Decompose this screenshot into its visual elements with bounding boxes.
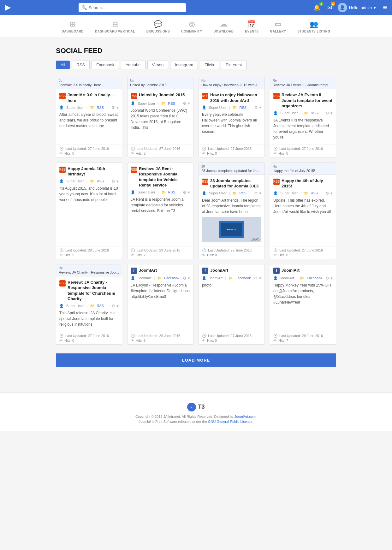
meta-author: Super User (66, 304, 84, 308)
gear-button[interactable]: ⚙ (183, 101, 187, 106)
tab-pinterest[interactable]: Pinterest (221, 61, 246, 69)
gear-button[interactable]: ⚙ (183, 276, 187, 281)
meta-category[interactable]: RSS (240, 191, 247, 195)
meta-category[interactable]: Facebook (235, 276, 251, 280)
site-logo[interactable]: ▶ (5, 3, 10, 12)
gpl-link[interactable]: GNU General Public License. (208, 420, 253, 423)
meta-author: Super User (66, 106, 84, 109)
meta-category[interactable]: RSS (311, 111, 318, 115)
dropdown-button[interactable]: ▾ (116, 105, 119, 110)
card-meta: 👤 JoomlArt | 📁 Facebook ⚙ ▾ (202, 276, 261, 281)
sidebar-item-dashboard-vertical[interactable]: ⊟ DASHBOARD VERTICAL (89, 18, 141, 35)
dropdown-button[interactable]: ▾ (259, 191, 261, 196)
gear-button[interactable]: ⚙ (183, 190, 187, 195)
last-updated-text: Last Updated: 27 June 2016 (208, 147, 252, 151)
gear-button[interactable]: ⚙ (325, 111, 329, 115)
dropdown-button[interactable]: ▾ (330, 111, 333, 115)
students-icon: 👥 (310, 20, 318, 28)
card-meta: 👤 Super User | 📁 RSS ⚙ ▾ (131, 101, 190, 106)
card-meta: 👤 Super User | 📁 RSS ⚙ ▾ (273, 111, 333, 115)
meta-category[interactable]: Facebook (164, 276, 179, 280)
tab-all[interactable]: All (56, 61, 70, 69)
sidebar-item-community[interactable]: ◎ COMMUNITY (175, 18, 208, 35)
card-body: RSS Review: JA Rent - Responsive Joomla … (128, 163, 193, 246)
tab-flickr[interactable]: Flickr (200, 61, 219, 69)
meta-category[interactable]: RSS (97, 106, 104, 109)
preview-text: Happy the 4th of July 2015! (273, 169, 333, 173)
sidebar-item-events[interactable]: 📅 EVENTS (239, 18, 264, 35)
dropdown-button[interactable]: ▾ (116, 179, 119, 184)
last-updated: 🕐 Last Updated: 29 June 2016 (59, 248, 119, 252)
joomlart-link[interactable]: JoomlArt.com. (235, 415, 257, 418)
card-title-row: f JoomlArt (131, 268, 190, 274)
footer-logo: T T3 (5, 403, 387, 411)
dropdown-button[interactable]: ▾ (259, 105, 261, 110)
dropdown-button[interactable]: ▾ (259, 276, 261, 281)
card-body: RSS United by Joomla! 2015 👤 Super User … (128, 89, 193, 145)
gear-button[interactable]: ⚙ (254, 191, 258, 196)
search-input[interactable] (79, 3, 186, 12)
card-title: 28 Joomla templates updated for Joomla 3… (210, 178, 261, 189)
meta-category[interactable]: Facebook (307, 276, 322, 280)
sidebar-item-gallery[interactable]: ▭ GALLERY (264, 18, 292, 35)
tab-youtube[interactable]: Youtube (121, 61, 145, 69)
rss-icon: RSS (202, 179, 208, 185)
sidebar-item-students-listing[interactable]: 👥 STUDENTS LISTING (292, 18, 336, 35)
card-preview: Re Review: JA Events II - Joomla templat… (270, 77, 336, 89)
notifications-bell-button[interactable]: 🔔 2 (312, 3, 322, 12)
hits-text: Hits: 5 (64, 253, 74, 257)
dropdown-button[interactable]: ▾ (116, 304, 119, 308)
cards-grid-row2: RSS Happy Joomla 10th birthday! 👤 Super … (56, 163, 336, 259)
card-meta: 👤 Super User | 📁 RSS ⚙ ▾ (131, 190, 190, 195)
dropdown-button[interactable]: ▾ (188, 190, 190, 195)
tab-facebook[interactable]: Facebook (92, 61, 119, 69)
dropdown-button[interactable]: ▾ (188, 276, 190, 281)
meta-category[interactable]: RSS (97, 304, 104, 308)
download-icon: ☁ (220, 20, 227, 28)
gear-button[interactable]: ⚙ (111, 179, 115, 184)
dropdown-button[interactable]: ▾ (330, 276, 333, 281)
top-nav-right: 🔔 2 ✉ 1 👤 Hello, admin ▾ ≡ (312, 3, 387, 12)
hits-text: Hits: 0 (64, 339, 74, 342)
hamburger-menu-button[interactable]: ≡ (383, 3, 387, 12)
gear-button[interactable]: ⚙ (254, 105, 258, 110)
chat-button[interactable]: ✉ 1 (326, 3, 333, 12)
card-meta: 👤 Super User | 📁 RSS ⚙ ▾ (202, 105, 261, 110)
user-menu-button[interactable]: 👤 Hello, admin ▾ (338, 3, 376, 12)
sidebar-item-dashboard[interactable]: ⊞ DASHBOARD (56, 18, 90, 35)
preview-text: Review: JA Events II - Joomla template f… (273, 83, 333, 87)
dropdown-button[interactable]: ▾ (330, 191, 333, 196)
card-preview: Re Review: JA Charity - Responsive Jooml… (56, 264, 122, 276)
card-title: Happy the 4th of July 2015! (282, 178, 333, 189)
hits: 👁 Hits: 7 (273, 339, 333, 342)
tab-rss[interactable]: RSS (72, 61, 90, 69)
facebook-icon: f (202, 268, 208, 274)
meta-author: Super User (209, 106, 227, 109)
meta-category[interactable]: RSS (168, 190, 175, 194)
sidebar-item-download[interactable]: ☁ DOWNLOAD (208, 18, 239, 35)
discussions-label: DISCUSSIONS (146, 30, 170, 33)
eye-icon: 👁 (59, 339, 63, 342)
tab-vimeo[interactable]: Vimeo (147, 61, 169, 69)
meta-category[interactable]: RSS (168, 102, 175, 105)
load-more-button[interactable]: LOAD MORE (56, 353, 336, 367)
meta-category[interactable]: RSS (97, 179, 104, 183)
last-updated: 🕐 Last Updated: 29 June 2016 (131, 248, 190, 252)
meta-category[interactable]: RSS (240, 106, 247, 109)
tab-instagram[interactable]: Instagram (170, 61, 198, 69)
dropdown-button[interactable]: ▾ (188, 101, 190, 106)
meta-category[interactable]: RSS (311, 191, 318, 195)
card-footer: 🕐 Last Updated: 27 June 2016 👁 Hits: 2 (128, 145, 193, 157)
meta-folder-icon: 📁 (304, 111, 308, 115)
gear-button[interactable]: ⚙ (111, 105, 115, 110)
gear-button[interactable]: ⚙ (325, 276, 329, 281)
card-footer: 🕐 Last Updated: 27 June 2016 👁 Hits: 0 (199, 332, 264, 344)
gear-button[interactable]: ⚙ (254, 276, 258, 281)
card-meta: 👤 JoomlArt | 📁 Facebook ⚙ ▾ (273, 276, 333, 281)
meta-folder-icon: 📁 (161, 101, 166, 105)
sidebar-item-discussions[interactable]: 💬 DISCUSSIONS (141, 18, 175, 35)
gear-button[interactable]: ⚙ (325, 191, 329, 196)
meta-author: Super User (138, 102, 155, 105)
secondary-navigation: ⊞ DASHBOARD ⊟ DASHBOARD VERTICAL 💬 DISCU… (0, 15, 392, 38)
gear-button[interactable]: ⚙ (111, 304, 115, 308)
